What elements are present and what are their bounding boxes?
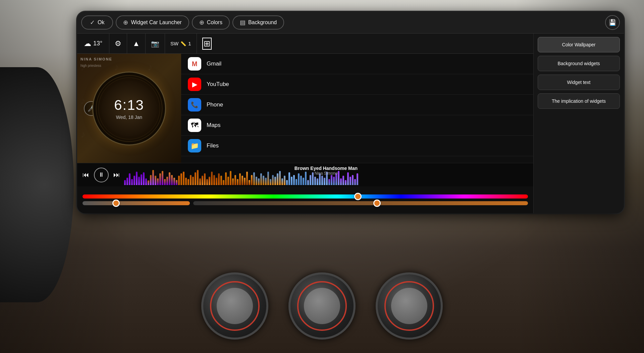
viz-bar xyxy=(190,175,192,185)
viz-bar xyxy=(286,180,288,185)
widget-text-button[interactable]: Widget text xyxy=(538,75,620,90)
gmail-icon: M xyxy=(188,57,201,71)
viz-bar xyxy=(178,176,180,185)
save-button[interactable]: 💾 xyxy=(605,15,620,30)
viz-bar xyxy=(354,179,356,185)
content-row: NINA SIMONE high priestess 🎤 6:13 Wed, 1… xyxy=(77,54,533,163)
vents-area xyxy=(171,259,473,353)
viz-bar xyxy=(176,180,177,185)
viz-bar xyxy=(293,175,295,185)
viz-bar xyxy=(342,176,344,185)
play-pause-button[interactable]: ⏸ xyxy=(94,168,109,182)
viz-bar xyxy=(249,180,250,185)
viz-bar xyxy=(241,176,243,185)
status-bar: ☁ 13° ⚙ ▲ 📷 SW 📏 1 ⊞ xyxy=(77,34,533,54)
viz-bar xyxy=(303,178,304,185)
save-icon: 💾 xyxy=(609,19,616,26)
viz-bar xyxy=(185,178,187,185)
vent-center xyxy=(288,272,356,340)
viz-bar xyxy=(296,179,297,185)
viz-bar xyxy=(284,176,285,185)
phone-label: Phone xyxy=(207,101,223,108)
maps-icon: 🗺 xyxy=(188,119,201,132)
viz-bar xyxy=(345,180,346,185)
brightness-slider[interactable] xyxy=(193,201,528,205)
music-visualizer: Brown Eyed Handsome Man Nina Simone xyxy=(124,165,528,185)
viz-bar xyxy=(300,176,302,185)
background-button[interactable]: ▤ Background xyxy=(232,15,284,30)
viz-bar xyxy=(340,178,342,185)
viz-bar xyxy=(206,179,208,185)
hue-slider[interactable] xyxy=(83,194,528,198)
viz-bar xyxy=(227,177,229,185)
gmail-label: Gmail xyxy=(207,60,221,67)
viz-bar xyxy=(141,174,142,185)
viz-bar xyxy=(133,176,135,185)
next-button[interactable]: ⏭ xyxy=(113,171,120,179)
phone-icon: 📞 xyxy=(188,98,201,112)
colors-button[interactable]: ⊕ Colors xyxy=(192,15,230,30)
wind-speed: 1 xyxy=(188,41,191,46)
viz-bar xyxy=(317,178,318,185)
app-item-maps[interactable]: 🗺 Maps xyxy=(181,115,533,136)
app-item-gmail[interactable]: M Gmail xyxy=(181,54,533,74)
viz-bar xyxy=(270,179,271,185)
viz-bar xyxy=(150,175,152,185)
viz-bar xyxy=(187,179,189,185)
ruler-icon: 📏 xyxy=(180,41,186,46)
viz-bar xyxy=(202,176,203,185)
navigation-widget[interactable]: ▲ xyxy=(127,34,146,53)
prev-icon: ⏮ xyxy=(83,171,89,179)
music-artist: Nina Simone xyxy=(124,171,528,176)
viz-bar xyxy=(291,177,292,185)
app-item-files[interactable]: 📁 Files xyxy=(181,136,533,156)
play-pause-icon: ⏸ xyxy=(98,171,104,178)
color-wallpaper-button[interactable]: Color Wallpaper xyxy=(538,37,620,52)
app-item-phone[interactable]: 📞 Phone xyxy=(181,95,533,115)
viz-bar xyxy=(352,175,354,185)
background-widgets-button[interactable]: Background widgets xyxy=(538,56,620,71)
files-icon: 📁 xyxy=(188,139,201,152)
grid-icon: ⊞ xyxy=(202,38,212,50)
settings-icon: ⚙ xyxy=(115,39,121,48)
saturation-brightness-row xyxy=(83,201,528,205)
clock-date: Wed, 18 Jan xyxy=(116,115,142,120)
viz-bar xyxy=(265,178,267,185)
album-subtitle: high priestess xyxy=(80,64,101,68)
viz-bar xyxy=(350,177,351,185)
viz-bar xyxy=(324,178,325,185)
music-player-bar: ⏮ ⏸ ⏭ Brown Eyed Handsome Man Nina Simon… xyxy=(77,163,533,186)
compass-label: SW xyxy=(170,41,178,46)
grid-widget[interactable]: ⊞ xyxy=(197,34,217,53)
vent-right xyxy=(376,272,443,340)
viz-bar xyxy=(333,177,335,185)
viz-bar xyxy=(173,178,175,185)
viz-bar xyxy=(321,176,323,185)
cloud-icon: ☁ xyxy=(84,39,91,48)
settings-widget[interactable]: ⚙ xyxy=(109,34,127,53)
layers-icon: ▤ xyxy=(240,19,246,26)
viz-bar xyxy=(263,176,264,185)
next-icon: ⏭ xyxy=(113,171,120,179)
viz-bar xyxy=(251,175,253,185)
steering-wheel-area xyxy=(0,67,74,302)
main-screen: ✓ Ok ⊕ Widget Car Launcher ⊕ Colors ▤ Ba… xyxy=(77,12,624,213)
clock-widget: 6:13 Wed, 18 Jan xyxy=(92,72,166,145)
app-menu: M Gmail ▶ YouTube 📞 Phone xyxy=(181,54,533,163)
app-item-youtube[interactable]: ▶ YouTube xyxy=(181,74,533,95)
ok-button[interactable]: ✓ Ok xyxy=(81,15,113,30)
saturation-slider[interactable] xyxy=(83,201,190,205)
implication-widgets-button[interactable]: The implication of widgets xyxy=(538,93,620,109)
color-sliders-panel xyxy=(77,186,533,213)
widget-car-launcher-button[interactable]: ⊕ Widget Car Launcher xyxy=(116,15,189,30)
viz-bar xyxy=(328,179,330,185)
prev-button[interactable]: ⏮ xyxy=(83,171,89,179)
files-label: Files xyxy=(207,142,219,149)
music-info: Brown Eyed Handsome Man Nina Simone xyxy=(124,166,528,176)
camera-widget[interactable]: 📷 xyxy=(146,34,165,53)
compass-widget: SW 📏 1 xyxy=(165,34,197,53)
music-controls: ⏮ ⏸ ⏭ xyxy=(83,168,120,182)
viz-bar xyxy=(155,176,156,185)
camera-icon: 📷 xyxy=(151,40,159,48)
viz-bar xyxy=(274,177,276,185)
